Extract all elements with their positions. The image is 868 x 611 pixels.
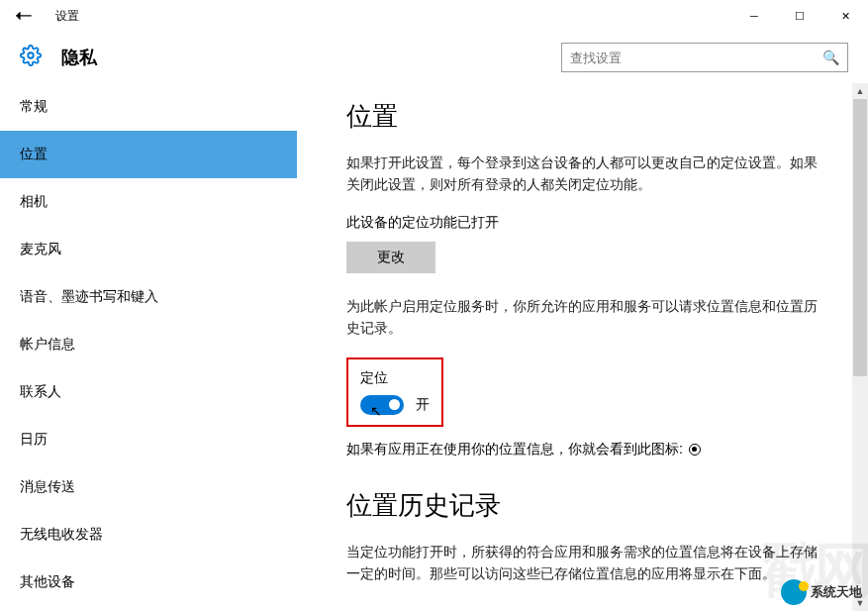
change-button[interactable]: 更改 (346, 242, 435, 273)
watermark-icon (781, 579, 807, 605)
location-indicator-icon (689, 444, 701, 456)
highlight-annotation: 定位 开 ↖ (346, 357, 443, 427)
location-toggle[interactable] (360, 395, 404, 415)
sidebar-item-account[interactable]: 帐户信息 (0, 321, 297, 368)
location-toggle-label: 定位 (360, 369, 430, 387)
sidebar-item-other-devices[interactable]: 其他设备 (0, 559, 297, 606)
page-title: 隐私 (61, 46, 97, 69)
search-icon: 🔍 (822, 50, 839, 65)
sidebar-item-speech[interactable]: 语音、墨迹书写和键入 (0, 273, 297, 321)
maximize-button[interactable]: ☐ (777, 0, 822, 32)
sidebar-item-microphone[interactable]: 麦克风 (0, 226, 297, 273)
search-box[interactable]: 🔍 (561, 43, 848, 72)
sidebar-item-calendar[interactable]: 日历 (0, 416, 297, 463)
toggle-state-text: 开 (416, 396, 430, 414)
history-description: 当定位功能打开时，所获得的符合应用和服务需求的位置信息将在设备上存储一定的时间。… (346, 541, 828, 585)
section-title-history: 位置历史记录 (346, 488, 828, 523)
location-indicator-info: 如果有应用正在使用你的位置信息，你就会看到此图标: (346, 441, 828, 458)
toggle-knob (389, 399, 400, 410)
sidebar-item-location[interactable]: 位置 (0, 131, 297, 178)
location-description: 如果打开此设置，每个登录到这台设备的人都可以更改自己的定位设置。如果关闭此设置，… (346, 152, 828, 196)
device-location-status: 此设备的定位功能已打开 (346, 214, 828, 232)
sidebar-item-camera[interactable]: 相机 (0, 178, 297, 226)
scroll-up-icon[interactable]: ▲ (852, 83, 868, 99)
sidebar-item-messaging[interactable]: 消息传送 (0, 463, 297, 511)
sidebar-item-radios[interactable]: 无线电收发器 (0, 511, 297, 559)
sidebar: 常规 位置 相机 麦克风 语音、墨迹书写和键入 帐户信息 联系人 日历 消息传送… (0, 83, 297, 611)
sidebar-item-general[interactable]: 常规 (0, 83, 297, 131)
scrollbar[interactable]: ▲ ▼ (852, 83, 868, 611)
watermark: 系统天地 (781, 579, 862, 605)
sidebar-item-contacts[interactable]: 联系人 (0, 368, 297, 416)
account-location-description: 为此帐户启用定位服务时，你所允许的应用和服务可以请求位置信息和位置历史记录。 (346, 295, 828, 340)
scrollbar-thumb[interactable] (853, 99, 867, 376)
close-button[interactable]: ✕ (822, 0, 868, 32)
minimize-button[interactable]: ─ (731, 0, 777, 32)
search-input[interactable] (570, 51, 822, 65)
back-button[interactable]: 🠐 (0, 0, 48, 32)
svg-point-0 (28, 52, 34, 58)
window-title: 设置 (48, 8, 79, 25)
content-pane: 位置 如果打开此设置，每个登录到这台设备的人都可以更改自己的定位设置。如果关闭此… (297, 83, 868, 611)
section-title-location: 位置 (346, 99, 828, 134)
settings-icon (20, 45, 42, 71)
